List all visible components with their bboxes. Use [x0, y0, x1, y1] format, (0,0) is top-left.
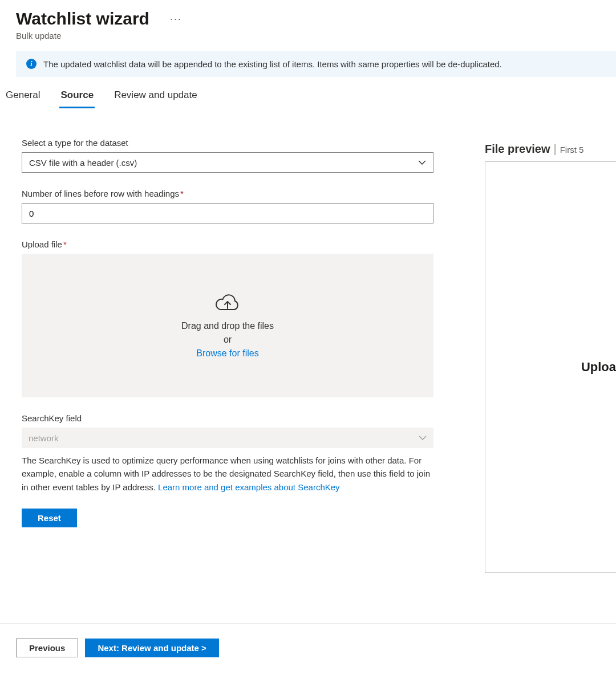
preview-placeholder-text: Uploa [581, 360, 616, 375]
chevron-down-icon [419, 434, 427, 442]
tab-general[interactable]: General [5, 86, 41, 108]
tab-source[interactable]: Source [59, 86, 95, 108]
searchkey-learn-more-link[interactable]: Learn more and get examples about Search… [158, 482, 340, 492]
searchkey-help-text: The SearchKey is used to optimize query … [22, 454, 433, 494]
file-preview-subtitle: First 5 [560, 145, 584, 154]
dataset-type-value: CSV file with a header (.csv) [29, 158, 137, 168]
searchkey-label: SearchKey field [22, 413, 433, 423]
page-title: Watchlist wizard [16, 9, 149, 29]
required-indicator: * [180, 189, 184, 198]
required-indicator: * [63, 239, 67, 249]
upload-file-label: Upload file* [22, 239, 433, 249]
wizard-footer: Previous Next: Review and update > [0, 623, 616, 657]
searchkey-select: network [22, 428, 433, 448]
upload-drag-text: Drag and drop the files [181, 321, 274, 331]
cloud-upload-icon [214, 292, 241, 313]
tab-review[interactable]: Review and update [113, 86, 198, 108]
lines-before-input[interactable] [22, 203, 433, 223]
file-preview-box: Uploa [485, 161, 616, 573]
wizard-tabs: General Source Review and update [0, 77, 616, 108]
file-preview-heading: File preview | First 5 [485, 143, 616, 156]
info-banner: i The updated watchlist data will be app… [16, 51, 616, 77]
upload-dropzone[interactable]: Drag and drop the files or Browse for fi… [22, 254, 433, 397]
reset-button[interactable]: Reset [22, 509, 77, 527]
more-actions-icon[interactable]: ··· [170, 13, 182, 25]
lines-before-label: Number of lines before row with headings… [22, 189, 433, 198]
chevron-down-icon [418, 158, 426, 166]
dataset-type-select[interactable]: CSV file with a header (.csv) [22, 152, 433, 173]
upload-or-text: or [224, 335, 232, 345]
info-banner-text: The updated watchlist data will be appen… [43, 59, 502, 69]
page-subtitle: Bulk update [16, 31, 600, 40]
dataset-type-label: Select a type for the dataset [22, 138, 433, 148]
browse-files-link[interactable]: Browse for files [196, 348, 258, 359]
next-button[interactable]: Next: Review and update > [85, 639, 218, 657]
info-icon: i [26, 59, 37, 69]
previous-button[interactable]: Previous [16, 639, 78, 657]
searchkey-value: network [29, 433, 59, 443]
